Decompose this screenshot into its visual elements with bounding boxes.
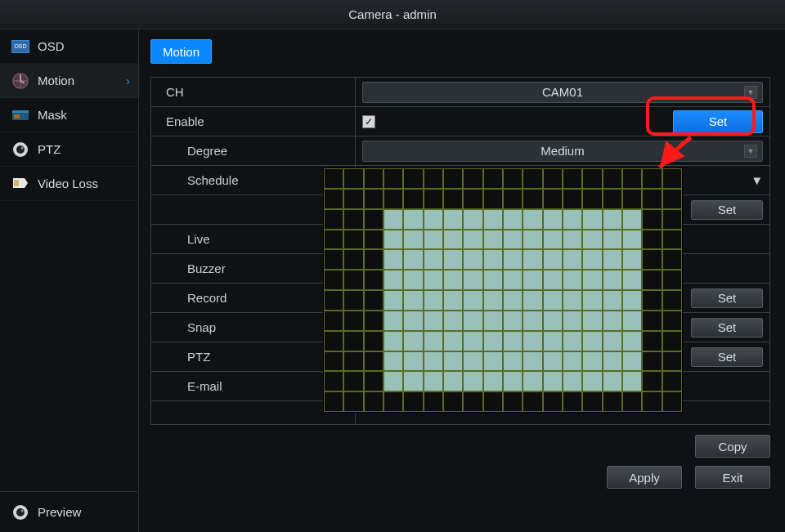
motion-grid-cell[interactable]	[622, 311, 642, 331]
motion-grid-cell[interactable]	[324, 209, 343, 230]
motion-grid-cell[interactable]	[403, 249, 423, 270]
motion-grid-cell[interactable]	[424, 371, 443, 391]
motion-grid-cell[interactable]	[364, 249, 384, 270]
motion-grid-cell[interactable]	[563, 189, 582, 209]
motion-grid-cell[interactable]	[384, 391, 403, 412]
motion-grid-cell[interactable]	[582, 351, 602, 372]
motion-grid-cell[interactable]	[622, 209, 642, 230]
motion-grid-cell[interactable]	[622, 168, 642, 189]
motion-grid-cell[interactable]	[343, 230, 363, 250]
motion-grid-cell[interactable]	[384, 249, 403, 270]
motion-grid-cell[interactable]	[543, 331, 563, 351]
motion-grid-cell[interactable]	[523, 371, 542, 391]
motion-grid-cell[interactable]	[324, 230, 343, 250]
motion-grid-cell[interactable]	[424, 168, 443, 189]
motion-grid-cell[interactable]	[343, 331, 363, 351]
motion-grid-cell[interactable]	[543, 311, 563, 331]
motion-grid-cell[interactable]	[324, 168, 343, 189]
motion-grid-cell[interactable]	[384, 311, 403, 331]
motion-grid-cell[interactable]	[364, 351, 384, 372]
motion-grid-cell[interactable]	[543, 168, 563, 189]
motion-grid-cell[interactable]	[543, 371, 563, 391]
motion-grid-cell[interactable]	[343, 371, 363, 391]
motion-grid-cell[interactable]	[463, 351, 482, 372]
motion-grid-cell[interactable]	[443, 230, 463, 250]
motion-grid-cell[interactable]	[622, 270, 642, 290]
motion-grid-cell[interactable]	[603, 311, 622, 331]
motion-grid-cell[interactable]	[582, 331, 602, 351]
motion-grid-cell[interactable]	[343, 189, 363, 209]
set-button-ptz[interactable]: Set	[691, 347, 763, 367]
motion-grid-cell[interactable]	[443, 331, 463, 351]
motion-grid-cell[interactable]	[384, 290, 403, 311]
motion-grid-cell[interactable]	[364, 290, 384, 311]
apply-button[interactable]: Apply	[607, 466, 682, 489]
motion-grid-cell[interactable]	[523, 290, 542, 311]
motion-grid-cell[interactable]	[483, 290, 503, 311]
motion-grid-cell[interactable]	[543, 230, 563, 250]
motion-grid-cell[interactable]	[403, 230, 423, 250]
motion-grid-cell[interactable]	[463, 290, 482, 311]
motion-grid-cell[interactable]	[424, 351, 443, 372]
motion-grid-cell[interactable]	[424, 249, 443, 270]
motion-grid-cell[interactable]	[384, 230, 403, 250]
motion-grid-cell[interactable]	[662, 391, 682, 412]
motion-grid-cell[interactable]	[483, 189, 503, 209]
motion-grid-cell[interactable]	[642, 249, 662, 270]
set-button-record[interactable]: Set	[691, 288, 763, 308]
motion-grid-cell[interactable]	[364, 270, 384, 290]
motion-grid-cell[interactable]	[642, 270, 662, 290]
motion-grid-cell[interactable]	[424, 311, 443, 331]
motion-grid-cell[interactable]	[503, 351, 523, 372]
motion-grid-cell[interactable]	[424, 230, 443, 250]
motion-grid-cell[interactable]	[343, 209, 363, 230]
motion-grid-cell[interactable]	[642, 189, 662, 209]
motion-grid-cell[interactable]	[503, 371, 523, 391]
motion-grid-cell[interactable]	[364, 391, 384, 412]
motion-grid-cell[interactable]	[324, 351, 343, 372]
motion-area-grid-popup[interactable]	[323, 168, 683, 413]
motion-grid-cell[interactable]	[403, 331, 423, 351]
motion-grid-cell[interactable]	[463, 249, 482, 270]
motion-grid-cell[interactable]	[543, 351, 563, 372]
motion-grid-cell[interactable]	[563, 351, 582, 372]
motion-grid-cell[interactable]	[523, 168, 542, 189]
motion-grid-cell[interactable]	[582, 391, 602, 412]
motion-grid-cell[interactable]	[622, 249, 642, 270]
motion-grid-cell[interactable]	[563, 209, 582, 230]
motion-grid-cell[interactable]	[662, 311, 682, 331]
motion-grid-cell[interactable]	[424, 391, 443, 412]
motion-grid-cell[interactable]	[343, 249, 363, 270]
motion-grid-cell[interactable]	[662, 230, 682, 250]
motion-grid-cell[interactable]	[343, 311, 363, 331]
motion-grid-cell[interactable]	[463, 391, 482, 412]
motion-grid-cell[interactable]	[364, 209, 384, 230]
motion-grid-cell[interactable]	[403, 270, 423, 290]
motion-grid-cell[interactable]	[662, 189, 682, 209]
motion-grid-cell[interactable]	[324, 270, 343, 290]
motion-grid-cell[interactable]	[642, 230, 662, 250]
motion-grid-cell[interactable]	[364, 311, 384, 331]
motion-grid-cell[interactable]	[662, 270, 682, 290]
motion-grid-cell[interactable]	[642, 351, 662, 372]
motion-grid-cell[interactable]	[642, 168, 662, 189]
motion-grid-cell[interactable]	[662, 331, 682, 351]
motion-grid-cell[interactable]	[603, 230, 622, 250]
motion-grid-cell[interactable]	[582, 168, 602, 189]
motion-grid-cell[interactable]	[463, 311, 482, 331]
motion-grid-cell[interactable]	[343, 391, 363, 412]
motion-grid-cell[interactable]	[443, 209, 463, 230]
motion-grid-cell[interactable]	[503, 270, 523, 290]
dropdown-ch[interactable]: CAM01 ▼	[362, 82, 763, 103]
motion-grid-cell[interactable]	[483, 391, 503, 412]
motion-grid-cell[interactable]	[463, 270, 482, 290]
motion-grid-cell[interactable]	[622, 331, 642, 351]
sidebar-preview[interactable]: Preview	[0, 491, 138, 532]
motion-grid-cell[interactable]	[364, 168, 384, 189]
motion-grid-cell[interactable]	[424, 189, 443, 209]
motion-grid-cell[interactable]	[582, 249, 602, 270]
copy-button[interactable]: Copy	[695, 435, 770, 458]
motion-grid-cell[interactable]	[443, 270, 463, 290]
motion-grid-cell[interactable]	[483, 209, 503, 230]
motion-grid-cell[interactable]	[483, 230, 503, 250]
